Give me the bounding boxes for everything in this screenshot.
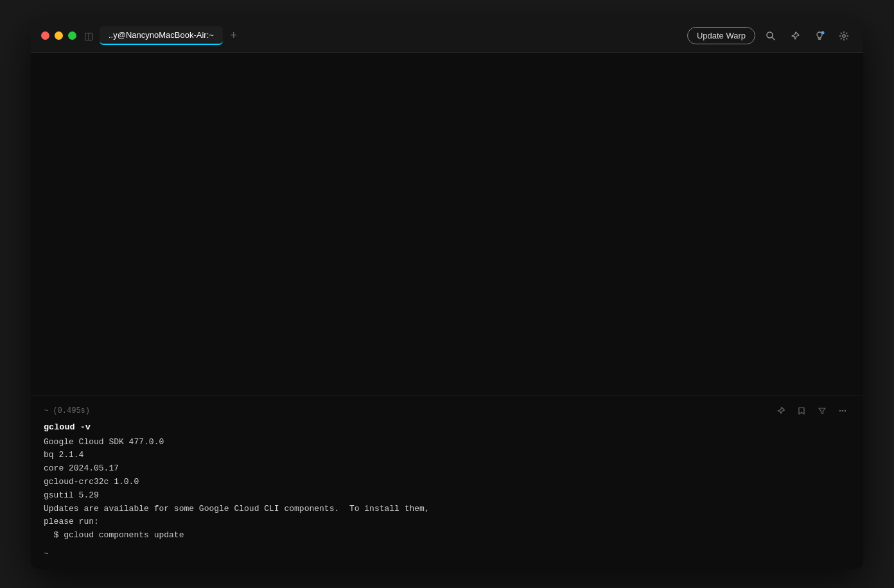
tabs: ..y@NancynoMacBook-Air:~ + [100,26,687,45]
bookmark-icon [797,406,806,415]
terminal-body[interactable]: ~ (0.495s) [31,53,863,569]
filter-icon [818,406,827,415]
more-button[interactable] [835,403,850,419]
maximize-button[interactable] [68,31,76,40]
filter-button[interactable] [814,403,830,419]
block-pin-icon [776,406,785,415]
command-block: ~ (0.495s) [31,395,863,569]
search-button[interactable] [762,27,780,45]
svg-point-5 [839,410,841,411]
command-time: ~ (0.495s) [44,406,90,415]
svg-point-6 [842,410,843,411]
update-warp-button[interactable]: Update Warp [687,27,755,44]
settings-button[interactable] [835,27,853,45]
settings-icon [839,31,849,41]
command-meta: ~ (0.495s) [44,403,850,419]
pin-button[interactable] [786,27,804,45]
bulb-icon [814,31,825,41]
svg-point-4 [843,34,845,37]
command-line: gcloud -v [44,422,850,432]
active-tab[interactable]: ..y@NancynoMacBook-Air:~ [100,26,223,45]
tab-label: ..y@NancynoMacBook-Air:~ [109,30,214,40]
terminal-empty-space [31,53,863,395]
terminal-output: Google Cloud SDK 477.0.0 bq 2.1.4 core 2… [44,436,850,542]
command-meta-left: ~ (0.495s) [44,406,90,415]
bookmark-button[interactable] [794,403,809,419]
bulb-button[interactable] [811,27,828,45]
prompt-line: ~ [44,549,850,558]
terminal-window: ◫ ..y@NancynoMacBook-Air:~ + Update Warp [31,19,863,569]
minimize-button[interactable] [55,31,63,40]
block-pin-button[interactable] [773,403,789,419]
titlebar-actions: Update Warp [687,27,853,45]
tab-icon[interactable]: ◫ [84,30,93,42]
command-meta-actions [773,403,850,419]
traffic-lights [41,31,76,40]
close-button[interactable] [41,31,49,40]
search-icon [766,31,776,41]
svg-line-1 [772,37,775,40]
svg-point-7 [845,410,846,411]
titlebar: ◫ ..y@NancynoMacBook-Air:~ + Update Warp [31,19,863,53]
pin-icon [790,31,800,41]
add-tab-button[interactable]: + [225,28,242,44]
more-icon [838,406,847,415]
add-tab-icon: + [231,29,238,42]
svg-point-3 [821,31,825,34]
